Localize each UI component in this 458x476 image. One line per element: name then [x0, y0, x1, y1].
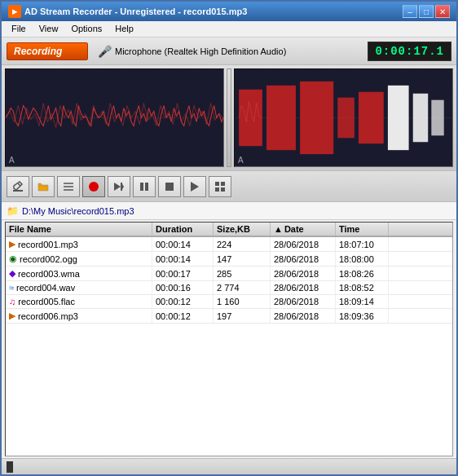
recording-timer: 0:00:17.1	[368, 42, 451, 61]
stop-button[interactable]	[158, 176, 181, 197]
waveform-right-svg	[235, 69, 452, 166]
svg-rect-6	[300, 82, 333, 154]
svg-marker-25	[191, 182, 199, 192]
menu-help[interactable]: Help	[108, 23, 140, 35]
play-button[interactable]	[183, 176, 206, 197]
edit-button[interactable]	[7, 176, 29, 197]
file-cell-date: 28/06/2018	[271, 295, 336, 308]
file-cell-duration: 00:00:14	[152, 237, 214, 251]
file-row[interactable]: ≈ record004.wav 00:00:16 2 774 28/06/201…	[6, 281, 452, 295]
title-controls: – □ ✕	[403, 5, 450, 18]
record-button[interactable]	[82, 176, 105, 197]
file-row[interactable]: ◆ record003.wma 00:00:17 285 28/06/2018 …	[6, 267, 452, 281]
main-window: ▶ AD Stream Recorder - Unregistered - re…	[0, 0, 458, 476]
mic-name-label: Microphone (Realtek High Definition Audi…	[115, 46, 286, 56]
title-bar: ▶ AD Stream Recorder - Unregistered - re…	[2, 2, 456, 21]
close-button[interactable]: ✕	[435, 5, 450, 18]
file-cell-duration: 00:00:14	[152, 252, 214, 266]
file-type-icon: ♫	[9, 297, 15, 306]
status-bar	[2, 458, 456, 474]
minimize-button[interactable]: –	[403, 5, 417, 18]
col-header-date[interactable]: ▲Date	[271, 223, 336, 236]
file-cell-size: 197	[214, 309, 271, 323]
svg-rect-23	[145, 183, 148, 191]
file-row[interactable]: ◉ record002.ogg 00:00:14 147 28/06/2018 …	[6, 252, 452, 267]
menu-file[interactable]: File	[5, 23, 33, 35]
file-cell-time: 18:09:36	[336, 309, 389, 323]
file-name-text: record001.mp3	[18, 240, 78, 249]
toolbar: Recording 🎤 Microphone (Realtek High Def…	[2, 37, 456, 65]
file-cell-name: ≈ record004.wav	[6, 281, 152, 294]
file-cell-size: 224	[214, 237, 271, 251]
file-cell-size: 1 160	[214, 295, 271, 308]
list-view-button[interactable]	[57, 176, 80, 197]
file-cell-name: ◆ record003.wma	[6, 267, 152, 280]
file-row[interactable]: ▶ record001.mp3 00:00:14 224 28/06/2018 …	[6, 237, 452, 252]
waveform-panel-right: A	[234, 68, 453, 167]
file-cell-name: ◉ record002.ogg	[6, 252, 152, 266]
svg-rect-7	[337, 98, 355, 139]
waveform-left-label: A	[9, 156, 15, 165]
svg-rect-4	[239, 90, 262, 146]
svg-marker-13	[14, 182, 22, 190]
file-name-text: record005.flac	[18, 297, 75, 306]
file-cell-time: 18:08:26	[336, 267, 389, 280]
file-type-icon: ▶	[9, 239, 15, 249]
file-cell-time: 18:09:14	[336, 295, 389, 308]
file-type-icon: ◉	[9, 253, 17, 264]
svg-rect-29	[221, 187, 225, 192]
menu-view[interactable]: View	[33, 23, 65, 35]
waveform-right-label: A	[238, 156, 244, 165]
pause-button[interactable]	[133, 176, 156, 197]
svg-rect-5	[266, 86, 296, 150]
file-cell-duration: 00:00:16	[152, 281, 214, 294]
svg-rect-26	[215, 182, 219, 186]
controls-bar	[2, 171, 456, 202]
col-header-filename[interactable]: File Name	[6, 223, 152, 236]
file-type-icon: ▶	[9, 311, 15, 321]
col-header-duration[interactable]: Duration	[152, 223, 214, 236]
filepath-text[interactable]: D:\My Music\record015.mp3	[22, 206, 134, 216]
file-cell-date: 28/06/2018	[271, 267, 336, 280]
svg-rect-10	[413, 94, 428, 143]
file-name-text: record002.ogg	[20, 254, 77, 264]
svg-marker-21	[121, 183, 124, 191]
open-folder-button[interactable]	[32, 176, 55, 197]
window-title: AD Stream Recorder - Unregistered - reco…	[24, 7, 247, 16]
svg-rect-11	[431, 100, 443, 136]
svg-rect-12	[13, 190, 23, 192]
grid-view-button[interactable]	[209, 176, 231, 197]
mic-info: 🎤 Microphone (Realtek High Definition Au…	[98, 45, 364, 58]
svg-rect-28	[215, 187, 219, 192]
file-name-text: record006.mp3	[18, 311, 78, 321]
file-list-header: File Name Duration Size,KB ▲Date Time	[6, 223, 452, 237]
file-cell-name: ♫ record005.flac	[6, 295, 152, 308]
col-header-time[interactable]: Time	[336, 223, 389, 236]
file-row[interactable]: ♫ record005.flac 00:00:12 1 160 28/06/20…	[6, 295, 452, 309]
waveform-area: A	[2, 65, 456, 171]
file-cell-size: 147	[214, 252, 271, 266]
file-cell-duration: 00:00:12	[152, 295, 214, 308]
file-cell-date: 28/06/2018	[271, 309, 336, 323]
maximize-button[interactable]: □	[419, 5, 434, 18]
col-header-size[interactable]: Size,KB	[214, 223, 271, 236]
file-cell-size: 285	[214, 267, 271, 280]
menu-bar: File View Options Help	[2, 21, 456, 37]
file-cell-time: 18:08:52	[336, 281, 389, 294]
folder-icon: 📁	[7, 205, 19, 217]
svg-rect-27	[221, 182, 225, 186]
file-row[interactable]: ▶ record006.mp3 00:00:12 197 28/06/2018 …	[6, 309, 452, 324]
svg-marker-19	[114, 183, 121, 191]
app-icon: ▶	[8, 5, 21, 18]
file-type-icon: ◆	[9, 268, 15, 279]
file-type-icon: ≈	[9, 283, 14, 293]
menu-options[interactable]: Options	[64, 23, 108, 35]
file-cell-name: ▶ record001.mp3	[6, 237, 152, 251]
svg-point-18	[89, 182, 99, 192]
microphone-icon: 🎤	[98, 45, 112, 58]
recording-status-badge: Recording	[7, 42, 88, 60]
skip-forward-button[interactable]	[108, 176, 130, 197]
panel-separator[interactable]	[227, 68, 231, 167]
file-cell-date: 28/06/2018	[271, 252, 336, 266]
waveform-left-svg	[6, 69, 223, 166]
